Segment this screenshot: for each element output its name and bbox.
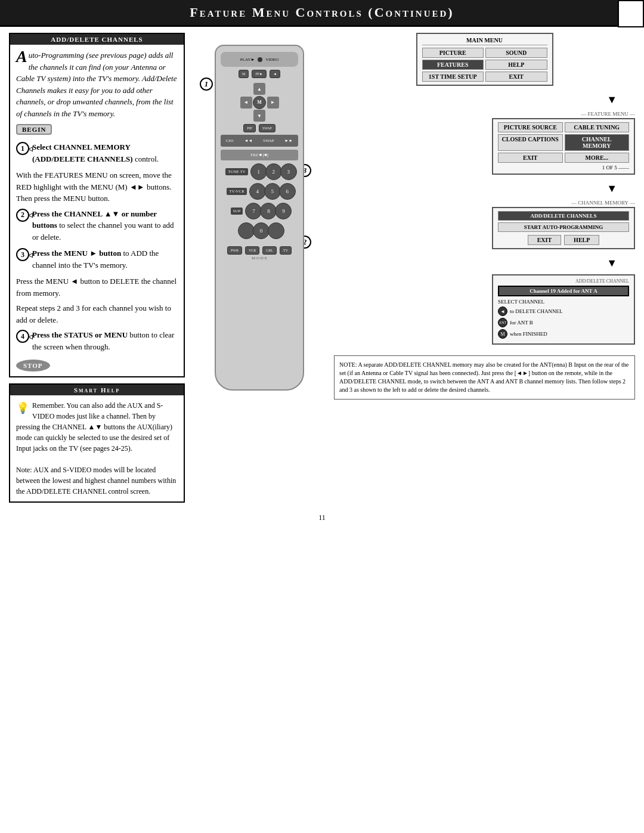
channel-memory-screen: ADD/DELETE CHANNELS START AUTO-PROGRAMMI… (492, 207, 635, 249)
right-column: MAIN MENU PICTURE SOUND FEATURES HELP 1S… (334, 33, 635, 503)
bar-item-2: ◄◄ (244, 138, 253, 143)
step-4-num: 4 (16, 330, 29, 343)
bar-item-3: SWAP (263, 138, 274, 143)
step-2: 2 Press the CHANNEL ▲▼ or number buttons… (16, 208, 178, 243)
left-column: ADD/DELETE CHANNELS A uto-Programming (s… (9, 33, 185, 503)
num-9: 9 (275, 203, 292, 219)
smart-help-text1: Remember. You can also add the AUX and S… (16, 401, 172, 453)
menu-sound: SOUND (485, 48, 547, 58)
arrow-2: ▼ (334, 182, 635, 195)
channel-memory-label: — CHANNEL MEMORY — (492, 200, 635, 206)
dpad-down: ▼ (253, 110, 265, 122)
step-1-label: Select CHANNEL MEMORY (ADD/DELETE CHANNE… (32, 143, 133, 163)
channel-memory-wrapper: — CHANNEL MEMORY — ADD/DELETE CHANNELS S… (492, 200, 635, 249)
add-delete-content: A uto-Programming (see previous page) ad… (10, 45, 184, 376)
repeat-text: Repeat steps 2 and 3 for each channel yo… (16, 302, 178, 326)
mode-row: PWR VCR CBL TV (227, 246, 292, 255)
tv-vide-row: TUNE TV 1 2 3 (225, 163, 293, 180)
menu-1st-setup: 1ST TIME SETUP (422, 72, 484, 82)
bar-item-1: CH1 (226, 138, 234, 143)
step-1-bold: CHANNEL MEMORY (ADD/DELETE CHANNELS) (32, 143, 133, 163)
num-4: 4 (249, 183, 266, 200)
num-0a (238, 222, 255, 239)
cm-exit-btn: EXIT (528, 235, 561, 245)
arrow-3: ▼ (334, 257, 635, 270)
cm-items: ADD/DELETE CHANNELS START AUTO-PROGRAMMI… (498, 211, 629, 232)
power-btn: PWR (227, 246, 242, 255)
dpad-right: ► (267, 97, 279, 109)
main-menu-items: PICTURE SOUND FEATURES HELP 1ST TIME SET… (422, 48, 547, 82)
pip-row: PIP SWAP (221, 124, 298, 132)
num-8: 8 (260, 203, 277, 219)
step-3-text: Press the MENU ► button to ADD the chann… (32, 247, 178, 271)
num-1: 1 (250, 163, 267, 180)
menu-picture: PICTURE (422, 48, 484, 58)
cm-buttons: EXIT HELP (498, 235, 629, 245)
add-delete-section: ADD/DELETE CHANNELS A uto-Programming (s… (9, 33, 185, 377)
step-1-text: Select CHANNEL MEMORY (ADD/DELETE CHANNE… (32, 141, 178, 165)
drop-cap: A (16, 49, 27, 64)
swap-btn: SWAP (259, 124, 275, 132)
add-channel-row1: ◄ to DELETE CHANNEL (498, 306, 629, 316)
bar-item-4: ►► (284, 138, 293, 143)
dpad-up: ▲ (253, 83, 265, 95)
num-6: 6 (279, 183, 296, 200)
num-7: 7 (245, 203, 262, 219)
num-5: 5 (264, 183, 281, 200)
add-channel-wrapper: ADD/DELETE CHANNEL Channel 19 Added for … (492, 274, 635, 345)
header-title: Feature Menu Controls (Continued) (190, 5, 454, 20)
page-number: 11 (0, 509, 644, 527)
tvvcr-btn: TV/VCR (227, 188, 247, 195)
add-channel-msg: Channel 19 Added for ANT A (498, 286, 629, 296)
cm-help-btn: HELP (564, 235, 599, 245)
dpad-center: M (253, 96, 266, 109)
feat-cable-tuning: CABLE TUNING (565, 122, 630, 132)
step-4: 4 Press the STATUS or MENU button to cle… (16, 329, 178, 352)
dpad-left: ◄ (240, 97, 252, 109)
step-1: 1 Select CHANNEL MEMORY (ADD/DELETE CHAN… (16, 141, 178, 165)
feature-menu-wrapper: — FEATURE MENU — PICTURE SOURCE CABLE TU… (492, 111, 635, 175)
smart-help-box: Smart Help 💡 Remember. You can also add … (9, 383, 185, 503)
intro-text: uto-Programming (see previous page) adds… (16, 51, 177, 118)
feat-exit: EXIT (498, 153, 563, 163)
top-btn-row: M FF► ◄ (221, 70, 298, 78)
ant-b-label: for ANT B (510, 320, 533, 326)
remote-top-bar: PLAY► VIDEO (221, 52, 298, 67)
num-3: 3 (280, 163, 297, 180)
stop-badge: STOP (16, 360, 50, 371)
numpad-top: 1 2 3 (250, 163, 293, 180)
cm-add-delete: ADD/DELETE CHANNELS (498, 211, 629, 221)
numpad-zero-row: 0 (238, 222, 281, 239)
remote-container: 1 2 3 PLAY► VIDEO M FF► ◄ ▲ ▼ ◄ (197, 45, 322, 402)
menu-exit: EXIT (485, 72, 547, 82)
sup-btn: SUP (231, 208, 243, 215)
add-channel-label: ADD/DELETE CHANNEL (498, 278, 629, 284)
numpad-bot-row: SUP 7 8 9 (231, 203, 289, 219)
tv-btn-label: TUNE TV (225, 168, 248, 175)
add-channel-row3: M when FINISHED (498, 329, 629, 339)
delete-label: to DELETE CHANNEL (510, 308, 562, 314)
main-menu-title: MAIN MENU (422, 37, 547, 45)
step-1-num: 1 (16, 142, 29, 155)
feat-closed-captions: CLOSED CAPTIONS (498, 134, 563, 151)
numpad-bot: 7 8 9 (245, 203, 288, 219)
d-pad: ▲ ▼ ◄ ► M (240, 83, 279, 122)
pip-btn: PIP (243, 124, 256, 132)
numpad-mid-row: TV/VCR 4 5 6 (227, 183, 292, 200)
step-4-text: Press the STATUS or MENU button to clear… (32, 329, 178, 352)
add-delete-header: ADD/DELETE CHANNELS (10, 34, 184, 45)
feat-page-indicator: 1 OF 5 —— (498, 165, 629, 171)
play-btn: PLAY► (240, 57, 255, 62)
add-channel-row2: ANT for ANT B (498, 318, 629, 327)
feat-more: MORE... (565, 153, 630, 163)
num-0b: 0 (253, 222, 270, 239)
smart-help-text2: Note: AUX and S-VIDEO modes will be loca… (16, 466, 176, 496)
remote-body: PLAY► VIDEO M FF► ◄ ▲ ▼ ◄ ► M PI (215, 45, 304, 391)
video-label: VIDEO (265, 57, 278, 62)
num-2: 2 (265, 163, 282, 180)
cbl-btn: CBL (262, 246, 277, 255)
delete-icon: ◄ (498, 306, 507, 316)
bulb-icon: 💡 (16, 400, 29, 416)
finished-icon: M (498, 329, 507, 339)
num-0c (268, 222, 284, 239)
